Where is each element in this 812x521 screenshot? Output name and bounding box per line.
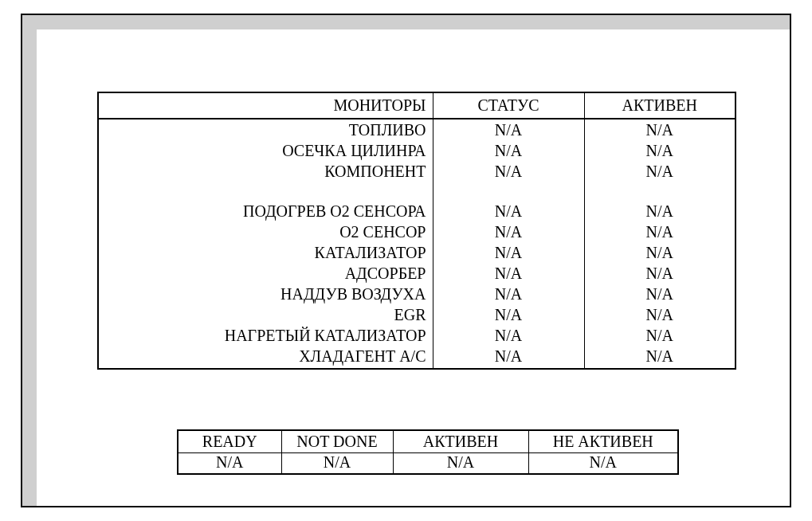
monitor-active: N/A xyxy=(584,304,736,325)
monitor-name: О2 СЕНСОР xyxy=(98,221,433,242)
monitors-header-active: АКТИВЕН xyxy=(584,92,736,119)
summary-table: READY NOT DONE АКТИВЕН НЕ АКТИВЕН N/A N/… xyxy=(177,429,679,475)
monitor-active: N/A xyxy=(584,263,736,284)
summary-value-active: N/A xyxy=(393,453,528,475)
table-row: EGR N/A N/A xyxy=(98,304,736,325)
table-row: АДСОРБЕР N/A N/A xyxy=(98,263,736,284)
monitor-name: НАГРЕТЫЙ КАТАЛИЗАТОР xyxy=(98,325,433,346)
spacer-cell xyxy=(584,182,736,201)
monitor-status: N/A xyxy=(433,284,584,304)
monitor-active: N/A xyxy=(584,325,736,346)
monitor-status: N/A xyxy=(433,140,584,161)
client-area: МОНИТОРЫ СТАТУС АКТИВЕН ТОПЛИВО N/A N/A … xyxy=(37,29,790,506)
monitor-status: N/A xyxy=(433,161,584,182)
table-row: КАТАЛИЗАТОР N/A N/A xyxy=(98,242,736,263)
monitor-name: ПОДОГРЕВ О2 СЕНСОРА xyxy=(98,201,433,221)
monitor-name: КАТАЛИЗАТОР xyxy=(98,242,433,263)
summary-value-not-done: N/A xyxy=(281,453,393,475)
monitor-status: N/A xyxy=(433,325,584,346)
monitor-active: N/A xyxy=(584,221,736,242)
monitor-status: N/A xyxy=(433,346,584,369)
table-row: НАДДУВ ВОЗДУХА N/A N/A xyxy=(98,284,736,304)
monitor-status: N/A xyxy=(433,221,584,242)
table-row: ТОПЛИВО N/A N/A xyxy=(98,119,736,140)
monitor-name: АДСОРБЕР xyxy=(98,263,433,284)
monitor-status: N/A xyxy=(433,119,584,140)
monitor-name: EGR xyxy=(98,304,433,325)
monitor-status: N/A xyxy=(433,201,584,221)
monitor-active: N/A xyxy=(584,140,736,161)
monitors-header-row: МОНИТОРЫ СТАТУС АКТИВЕН xyxy=(98,92,736,119)
summary-header-inactive: НЕ АКТИВЕН xyxy=(528,430,678,453)
monitor-active: N/A xyxy=(584,346,736,369)
table-row: КОМПОНЕНТ N/A N/A xyxy=(98,161,736,182)
window-frame: МОНИТОРЫ СТАТУС АКТИВЕН ТОПЛИВО N/A N/A … xyxy=(21,14,791,507)
table-row: ОСЕЧКА ЦИЛИНРА N/A N/A xyxy=(98,140,736,161)
summary-value-row: N/A N/A N/A N/A xyxy=(178,453,678,475)
spacer-cell xyxy=(433,182,584,201)
table-row: НАГРЕТЫЙ КАТАЛИЗАТОР N/A N/A xyxy=(98,325,736,346)
spacer-cell xyxy=(98,182,433,201)
monitor-status: N/A xyxy=(433,263,584,284)
monitors-header-status: СТАТУС xyxy=(433,92,584,119)
monitor-name: ТОПЛИВО xyxy=(98,119,433,140)
table-row: ПОДОГРЕВ О2 СЕНСОРА N/A N/A xyxy=(98,201,736,221)
monitor-name: ХЛАДАГЕНТ А/С xyxy=(98,346,433,369)
summary-header-ready: READY xyxy=(178,430,281,453)
summary-header-active: АКТИВЕН xyxy=(393,430,528,453)
monitor-active: N/A xyxy=(584,161,736,182)
summary-header-not-done: NOT DONE xyxy=(281,430,393,453)
monitor-status: N/A xyxy=(433,304,584,325)
monitor-name: ОСЕЧКА ЦИЛИНРА xyxy=(98,140,433,161)
summary-value-ready: N/A xyxy=(178,453,281,475)
table-spacer-row xyxy=(98,182,736,201)
monitor-active: N/A xyxy=(584,119,736,140)
monitor-active: N/A xyxy=(584,201,736,221)
monitor-name: НАДДУВ ВОЗДУХА xyxy=(98,284,433,304)
summary-header-row: READY NOT DONE АКТИВЕН НЕ АКТИВЕН xyxy=(178,430,678,453)
monitors-table: МОНИТОРЫ СТАТУС АКТИВЕН ТОПЛИВО N/A N/A … xyxy=(97,92,736,370)
monitor-active: N/A xyxy=(584,284,736,304)
table-row: ХЛАДАГЕНТ А/С N/A N/A xyxy=(98,346,736,369)
monitor-status: N/A xyxy=(433,242,584,263)
table-row: О2 СЕНСОР N/A N/A xyxy=(98,221,736,242)
monitor-name: КОМПОНЕНТ xyxy=(98,161,433,182)
monitor-active: N/A xyxy=(584,242,736,263)
monitors-header-name: МОНИТОРЫ xyxy=(98,92,433,119)
summary-value-inactive: N/A xyxy=(528,453,678,475)
